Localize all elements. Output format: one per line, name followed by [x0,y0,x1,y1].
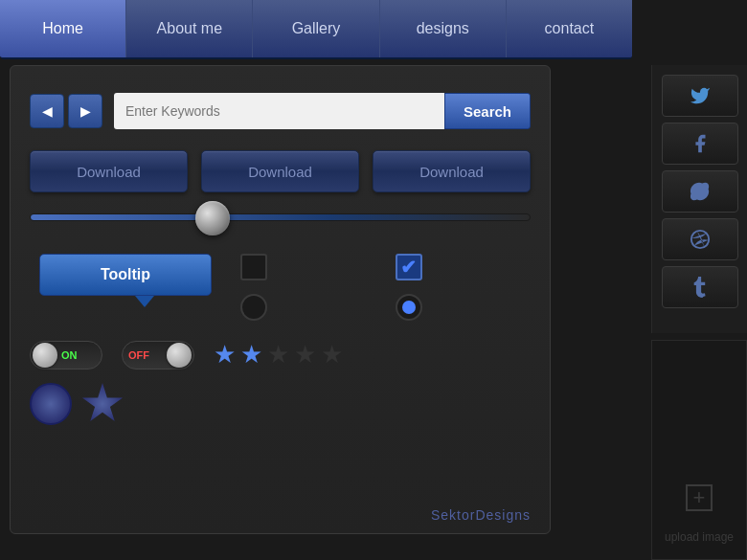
star-1[interactable]: ★ [214,340,236,370]
tumblr-button[interactable] [662,266,738,308]
nav-gallery[interactable]: Gallery [253,0,379,57]
slider-row [30,213,531,221]
checkbox-checked[interactable]: ✔ [396,254,422,280]
slider-thumb[interactable] [195,201,230,235]
upload-area: + upload image [651,340,747,560]
tooltip-area: Tooltip [30,254,221,307]
tooltip-arrow [135,296,154,307]
nav-designs[interactable]: designs [380,0,507,57]
nav-about[interactable]: About me [126,0,253,57]
tumblr-icon [690,277,711,298]
star-5[interactable]: ★ [321,340,343,370]
side-social-panel [651,65,747,333]
badge-group [30,383,531,425]
download-button-3[interactable]: Download [373,150,531,192]
facebook-button[interactable] [662,123,738,165]
dribbble-button[interactable] [662,218,738,260]
checkmark-icon: ✔ [400,256,417,279]
arrow-right-button[interactable]: ▶ [68,94,102,128]
slider-track [30,213,531,221]
toggle-on-label: ON [57,349,81,361]
radio-dot [402,301,416,314]
search-button[interactable]: Search [444,93,531,129]
twitter-button[interactable] [662,75,738,117]
download-button-1[interactable]: Download [30,150,188,192]
twitter-icon [690,85,711,106]
dribbble-icon [690,229,711,250]
toggle-off-label: OFF [124,349,153,361]
star-3[interactable]: ★ [267,340,289,370]
tooltip-controls-row: Tooltip ✔ [30,244,531,321]
search-wrapper: Search [114,93,531,129]
search-row: ◀ ▶ Search [30,93,531,129]
checkbox-unchecked[interactable] [240,254,267,280]
toggle-off-knob [167,343,192,368]
stars-row: ★ ★ ★ ★ ★ [214,340,343,370]
skype-icon [690,181,711,202]
radio-unchecked[interactable] [240,294,267,321]
main-panel: ◀ ▶ Search Download Download Download To… [10,65,551,534]
toggle-on-knob [33,343,57,368]
download-row: Download Download Download [30,150,531,192]
svg-point-0 [690,231,708,248]
skype-button[interactable] [662,170,738,213]
radio-checked[interactable] [396,294,422,321]
footer-brand: SektorDesigns [431,506,531,524]
facebook-icon [690,133,711,154]
arrow-left-button[interactable]: ◀ [30,94,64,128]
badge-star-shape[interactable] [81,383,124,425]
upload-plus-button[interactable]: + [686,484,713,511]
nav-arrows: ◀ ▶ [30,94,102,128]
star-2[interactable]: ★ [240,340,262,370]
navigation-bar: Home About me Gallery designs contact [0,0,632,59]
controls-grid: ✔ [221,244,531,321]
toggle-on[interactable]: ON [30,341,102,370]
toggle-off[interactable]: OFF [122,341,194,370]
nav-contact[interactable]: contact [507,0,632,57]
search-input[interactable] [114,93,444,129]
nav-home[interactable]: Home [0,0,126,57]
badge-circle-1[interactable] [30,383,72,425]
download-button-2[interactable]: Download [201,150,359,192]
star-4[interactable]: ★ [294,340,316,370]
upload-label: upload image [665,530,734,544]
bottom-row: ON OFF ★ ★ ★ ★ ★ [30,340,531,370]
tooltip-button[interactable]: Tooltip [39,254,212,296]
